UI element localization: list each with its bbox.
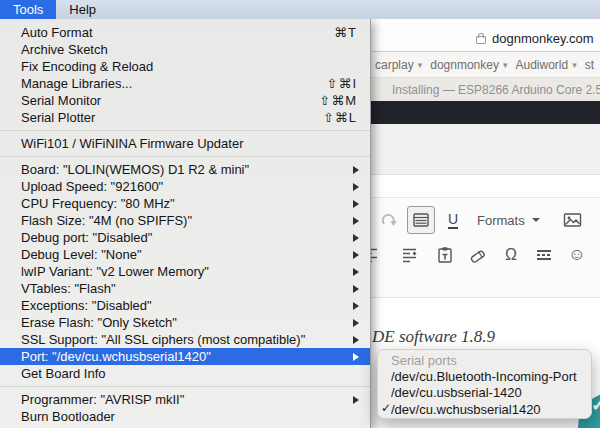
menu-item-board[interactable]: Board: "LOLIN(WEMOS) D1 R2 & mini" xyxy=(0,161,370,178)
menu-item-debug-level[interactable]: Debug Level: "None" xyxy=(0,246,370,263)
submenu-arrow-icon xyxy=(353,251,359,259)
shortcut: ⇧⌘I xyxy=(326,76,359,91)
page-body-text: DE software 1.8.9 xyxy=(372,327,495,347)
submenu-arrow-icon xyxy=(353,217,359,225)
browser-tab-bar[interactable]: Installing — ESP8266 Arduino Core 2.5.2 … xyxy=(371,78,600,101)
chevron-down-icon: ▾ xyxy=(418,60,423,70)
menu-item-wifi101-updater[interactable]: WiFi101 / WiFiNINA Firmware Updater xyxy=(0,135,370,152)
menu-item-programmer[interactable]: Programmer: "AVRISP mkII" xyxy=(0,391,370,408)
menu-item-port[interactable]: Port: "/dev/cu.wchusbserial1420" xyxy=(0,348,370,365)
menu-item-exceptions[interactable]: Exceptions: "Disabled" xyxy=(0,297,370,314)
check-icon: ✓ xyxy=(381,401,391,415)
menubar-help[interactable]: Help xyxy=(56,0,109,19)
bookmark-audiworld[interactable]: Audiworld ▾ xyxy=(515,58,576,72)
menu-item-manage-libraries[interactable]: Manage Libraries... ⇧⌘I xyxy=(0,75,370,92)
submenu-arrow-icon xyxy=(353,302,359,310)
page-background xyxy=(371,124,600,175)
menu-item-upload-speed[interactable]: Upload Speed: "921600" xyxy=(0,178,370,195)
menu-item-archive-sketch[interactable]: Archive Sketch xyxy=(0,41,370,58)
special-character-icon[interactable]: Ω xyxy=(498,242,524,268)
menu-item-cpu-frequency[interactable]: CPU Frequency: "80 MHz" xyxy=(0,195,370,212)
address-domain: dognmonkey.com xyxy=(492,31,594,46)
menu-item-fix-encoding[interactable]: Fix Encoding & Reload xyxy=(0,58,370,75)
menu-separator xyxy=(0,152,370,161)
submenu-header: Serial ports xyxy=(378,352,591,368)
submenu-arrow-icon xyxy=(353,285,359,293)
clear-formatting-icon[interactable] xyxy=(465,242,491,268)
indent-icon[interactable] xyxy=(397,242,423,268)
horizontal-rule-icon[interactable] xyxy=(531,242,557,268)
address-field[interactable]: dognmonkey.com xyxy=(476,31,594,46)
menu-item-auto-format[interactable]: Auto Format ⌘T xyxy=(0,24,370,41)
emoticons-icon[interactable]: ☺ xyxy=(564,242,590,268)
paste-as-text-icon[interactable] xyxy=(432,242,458,268)
menu-item-serial-plotter[interactable]: Serial Plotter ⇧⌘L xyxy=(0,109,370,126)
menu-separator xyxy=(0,126,370,135)
menu-item-get-board-info[interactable]: Get Board Info xyxy=(0,365,370,382)
bookmark-carplay[interactable]: carplay ▾ xyxy=(375,58,422,72)
formats-dropdown[interactable]: Formats xyxy=(477,213,540,228)
submenu-arrow-icon xyxy=(353,166,359,174)
submenu-arrow-icon xyxy=(353,353,359,361)
submenu-arrow-icon xyxy=(353,336,359,344)
submenu-item-wchusbserial[interactable]: ✓ /dev/cu.wchusbserial1420 xyxy=(378,401,591,417)
insert-image-icon[interactable] xyxy=(560,207,586,233)
menu-item-lwip-variant[interactable]: lwIP Variant: "v2 Lower Memory" xyxy=(0,263,370,280)
check-icon: ✓ xyxy=(591,394,600,416)
menu-item-debug-port[interactable]: Debug port: "Disabled" xyxy=(0,229,370,246)
shortcut: ⇧⌘M xyxy=(319,93,359,108)
page-admin-bar xyxy=(371,101,600,124)
underline-icon[interactable]: U xyxy=(440,207,466,233)
submenu-arrow-icon xyxy=(353,200,359,208)
submenu-item-bluetooth-port[interactable]: /dev/cu.Bluetooth-Incoming-Port xyxy=(378,368,591,384)
chevron-down-icon: ▾ xyxy=(572,60,577,70)
menu-item-flash-size[interactable]: Flash Size: "4M (no SPIFFS)" xyxy=(0,212,370,229)
menu-item-vtables[interactable]: VTables: "Flash" xyxy=(0,280,370,297)
submenu-arrow-icon xyxy=(353,319,359,327)
submenu-item-usbserial[interactable]: /dev/cu.usbserial-1420 xyxy=(378,385,591,401)
tools-menu: Auto Format ⌘T Archive Sketch Fix Encodi… xyxy=(0,19,371,428)
bookmark-partial[interactable]: st xyxy=(585,58,594,72)
menu-item-ssl-support[interactable]: SSL Support: "All SSL ciphers (most comp… xyxy=(0,331,370,348)
shortcut: ⇧⌘L xyxy=(323,110,359,125)
chevron-down-icon: ▾ xyxy=(503,60,508,70)
serial-ports-submenu: Serial ports /dev/cu.Bluetooth-Incoming-… xyxy=(377,349,592,419)
submenu-arrow-icon xyxy=(353,183,359,191)
redo-icon[interactable] xyxy=(376,207,402,233)
menu-item-burn-bootloader[interactable]: Burn Bootloader xyxy=(0,408,370,425)
editor-toolbar: U Formats Ω ☺ xyxy=(371,197,600,298)
bookmarks-bar: carplay ▾ dognmonkey ▾ Audiworld ▾ st xyxy=(371,52,600,78)
submenu-arrow-icon xyxy=(353,268,359,276)
table-icon[interactable] xyxy=(407,206,435,234)
menubar-tools[interactable]: Tools xyxy=(0,0,56,19)
lock-icon xyxy=(476,36,486,44)
tab-title: Installing — ESP8266 Arduino Core 2.5.2 … xyxy=(392,83,600,97)
bookmark-dognmonkey[interactable]: dognmonkey ▾ xyxy=(430,58,507,72)
menu-separator xyxy=(0,382,370,391)
menu-item-erase-flash[interactable]: Erase Flash: "Only Sketch" xyxy=(0,314,370,331)
menu-bar: Tools Help xyxy=(0,0,600,19)
shortcut: ⌘T xyxy=(334,25,359,40)
chevron-down-icon xyxy=(532,218,540,222)
browser-address-bar[interactable]: dognmonkey.com xyxy=(371,19,600,52)
submenu-arrow-icon xyxy=(353,234,359,242)
submenu-arrow-icon xyxy=(353,396,359,404)
menu-item-serial-monitor[interactable]: Serial Monitor ⇧⌘M xyxy=(0,92,370,109)
